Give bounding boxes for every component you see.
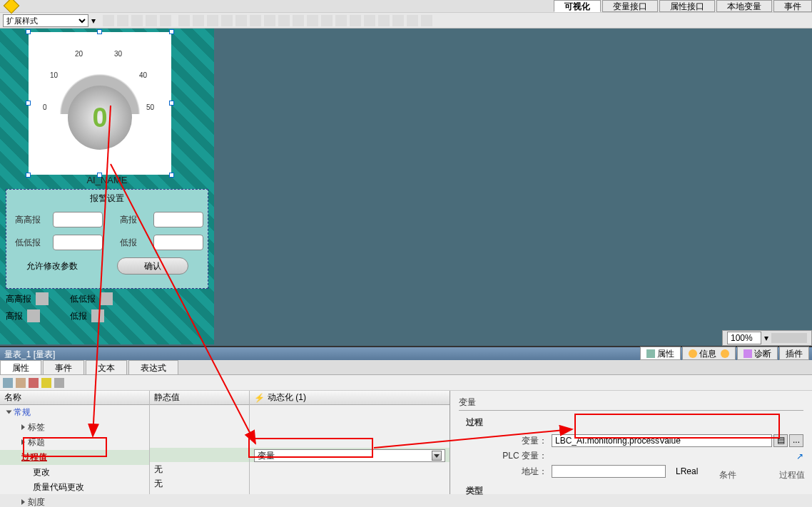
tab-events[interactable]: 事件	[773, 0, 812, 12]
status-light	[91, 309, 104, 322]
ptab-diag[interactable]: 诊断	[737, 347, 778, 360]
tool-btn[interactable]	[178, 15, 190, 26]
tool-btn[interactable]	[350, 15, 361, 26]
hi-input[interactable]	[153, 212, 203, 227]
zoom-dropdown-icon[interactable]: ▾	[764, 333, 768, 343]
tool-btn[interactable]	[207, 15, 218, 26]
subtab-events[interactable]: 事件	[43, 360, 84, 374]
allow-edit-label: 允许修改参数	[26, 260, 78, 272]
tree-change[interactable]: 更改	[0, 465, 149, 480]
filter-icon[interactable]	[3, 378, 13, 388]
process-group: 过程	[466, 415, 803, 430]
tool-btn[interactable]	[378, 15, 390, 26]
tool-btn[interactable]	[407, 15, 418, 26]
variable-group: 变量	[459, 395, 803, 411]
filter-icon[interactable]	[29, 378, 39, 388]
addr-input[interactable]	[552, 465, 666, 478]
selection-handle[interactable]	[169, 101, 174, 106]
status-light	[36, 292, 49, 305]
dropdown-icon[interactable]: ▾	[91, 16, 96, 26]
funnel-icon[interactable]	[41, 378, 51, 388]
tab-prop-interface[interactable]: 属性接口	[659, 0, 715, 12]
tree-quality[interactable]: 质量代码更改	[0, 480, 149, 495]
tool-btn[interactable]	[103, 15, 114, 26]
tool-btn[interactable]	[221, 15, 233, 26]
col-head-name[interactable]: 名称	[0, 391, 149, 405]
tool-btn[interactable]	[146, 15, 157, 26]
clear-icon[interactable]	[54, 378, 64, 388]
variable-input[interactable]	[552, 434, 772, 447]
tool-btn[interactable]	[264, 15, 275, 26]
col-condition: 条件	[719, 469, 736, 481]
lolo-input[interactable]	[53, 235, 103, 250]
selection-handle[interactable]	[26, 101, 31, 106]
selection-handle[interactable]	[97, 29, 102, 34]
tool-btn[interactable]	[160, 15, 171, 26]
confirm-button[interactable]: 确认	[117, 257, 188, 275]
static-cell-change: 无	[150, 462, 249, 476]
more-button[interactable]: ...	[789, 434, 803, 447]
tool-btn[interactable]	[364, 15, 375, 26]
subtab-properties[interactable]: 属性	[0, 360, 41, 374]
design-canvas[interactable]: 0 10 20 30 40 50 0 AI_NAME 报警设置 高高报 高报	[0, 29, 812, 346]
status-hi-label: 高报	[6, 310, 23, 322]
tool-btn[interactable]	[250, 15, 261, 26]
col-head-static[interactable]: 静态值	[150, 391, 249, 405]
selection-handle[interactable]	[26, 29, 31, 34]
tool-btn[interactable]	[335, 15, 347, 26]
ptab-plugin[interactable]: 插件	[779, 347, 809, 360]
faceplate[interactable]: 0 10 20 30 40 50 0 AI_NAME 报警设置 高高报 高报	[0, 29, 214, 344]
hihi-input[interactable]	[53, 212, 103, 227]
tool-btn[interactable]	[193, 15, 204, 26]
gauge-widget[interactable]: 0 10 20 30 40 50 0	[29, 32, 171, 175]
dynamic-cell-process[interactable]: 变量	[250, 448, 450, 462]
subtab-expr[interactable]: 表达式	[128, 360, 178, 374]
tab-local-var[interactable]: 本地变量	[716, 0, 772, 12]
status-row: 高高报 高报 低低报 低报	[6, 292, 208, 322]
col-head-dynamic[interactable]: ⚡动态化 (1)	[250, 391, 450, 405]
tree-tag[interactable]: 标签	[0, 420, 149, 435]
zoom-input[interactable]	[727, 332, 761, 344]
style-select[interactable]: 扩展样式	[3, 14, 88, 27]
hi-label: 高报	[111, 214, 146, 226]
static-cell-process[interactable]	[150, 448, 249, 462]
chevron-down-icon[interactable]	[432, 451, 442, 461]
tree-title[interactable]: 标题	[0, 435, 149, 450]
lo-input[interactable]	[153, 235, 203, 250]
list-button[interactable]: ▤	[773, 434, 788, 447]
status-lo-label: 低报	[70, 310, 87, 322]
tool-btn[interactable]	[278, 15, 290, 26]
tree-root-general[interactable]: 常规	[0, 405, 149, 420]
property-body: 名称 常规 标签 标题 过程值 更改 质量代码更改 刻度 静态值 无 无 ⚡动态…	[0, 391, 812, 494]
properties-icon	[646, 349, 655, 358]
alarm-settings-box[interactable]: 报警设置 高高报 高报 低低报 低报 允许修改参数 确认	[6, 189, 208, 289]
tool-btn[interactable]	[421, 15, 432, 26]
status-lolo-label: 低低报	[70, 293, 96, 305]
selection-handle[interactable]	[169, 29, 174, 34]
tree-process-value[interactable]: 过程值	[0, 450, 149, 465]
tree-scale[interactable]: 刻度	[0, 495, 149, 507]
tool-btn[interactable]	[235, 15, 247, 26]
alarm-title: 报警设置	[6, 193, 208, 205]
tool-btn[interactable]	[321, 15, 333, 26]
tick-0: 0	[43, 103, 47, 111]
link-icon[interactable]: ↗	[796, 451, 803, 461]
ptab-info[interactable]: 信息	[682, 347, 736, 360]
subtab-text[interactable]: 文本	[86, 360, 127, 374]
tool-btn[interactable]	[117, 15, 128, 26]
dynamic-column: ⚡动态化 (1) 变量	[250, 391, 450, 494]
tool-btn[interactable]	[392, 15, 404, 26]
tab-var-interface[interactable]: 变量接口	[602, 0, 658, 12]
dynamic-combo[interactable]: 变量	[254, 449, 445, 462]
addr-label: 地址：	[466, 466, 552, 478]
lolo-label: 低低报	[11, 237, 45, 249]
filter-icon[interactable]	[16, 378, 26, 388]
tool-btn[interactable]	[293, 15, 304, 26]
zoom-slider[interactable]	[771, 333, 807, 343]
tab-visualization[interactable]: 可视化	[554, 0, 601, 12]
static-cell-quality: 无	[150, 476, 249, 491]
ptab-properties[interactable]: 属性	[640, 347, 681, 360]
diagnostic-icon	[744, 349, 752, 358]
tool-btn[interactable]	[307, 15, 318, 26]
tool-btn[interactable]	[131, 15, 143, 26]
